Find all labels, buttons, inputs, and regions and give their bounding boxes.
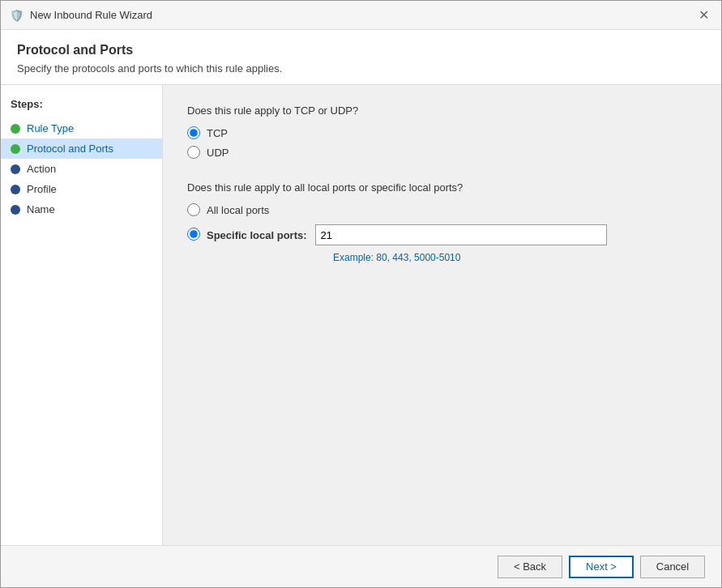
content-area: Steps: Rule Type Protocol and Ports Acti… (1, 85, 721, 545)
header-section: Protocol and Ports Specify the protocols… (1, 30, 721, 85)
footer: < Back Next > Cancel (1, 545, 721, 587)
step-dot-action (11, 164, 20, 174)
close-button[interactable]: ✕ (694, 6, 713, 25)
sidebar-item-label-rule-type: Rule Type (27, 122, 74, 134)
sidebar-item-rule-type[interactable]: Rule Type (1, 118, 162, 138)
protocol-question-text: Does this rule apply to TCP or UDP? (187, 104, 697, 117)
tcp-label[interactable]: TCP (207, 127, 228, 139)
back-button[interactable]: < Back (498, 556, 562, 578)
wizard-icon: 🛡️ (9, 8, 23, 23)
all-ports-radio[interactable] (187, 203, 200, 216)
tcp-option[interactable]: TCP (187, 126, 697, 139)
specific-ports-option[interactable]: Specific local ports: (187, 223, 697, 245)
step-dot-rule-type (11, 124, 20, 134)
udp-option[interactable]: UDP (187, 146, 697, 159)
step-dot-protocol-ports (11, 144, 20, 154)
all-ports-option[interactable]: All local ports (187, 203, 697, 216)
specific-ports-row: Specific local ports: (207, 224, 607, 245)
wizard-window: 🛡️ New Inbound Rule Wizard ✕ Protocol an… (0, 0, 722, 588)
cancel-button[interactable]: Cancel (640, 556, 705, 578)
window-title: New Inbound Rule Wizard (30, 9, 152, 21)
udp-label[interactable]: UDP (207, 147, 229, 159)
main-panel: Does this rule apply to TCP or UDP? TCP … (163, 85, 721, 545)
tcp-radio[interactable] (187, 126, 200, 139)
steps-label: Steps: (1, 98, 162, 118)
title-bar: 🛡️ New Inbound Rule Wizard ✕ (1, 1, 721, 30)
sidebar-item-label-name: Name (27, 203, 55, 215)
page-description: Specify the protocols and ports to which… (17, 62, 705, 75)
ports-example-text: Example: 80, 443, 5000-5010 (333, 252, 697, 263)
sidebar: Steps: Rule Type Protocol and Ports Acti… (1, 85, 163, 545)
step-dot-name (11, 205, 20, 215)
next-button[interactable]: Next > (569, 556, 634, 578)
step-dot-profile (11, 185, 20, 194)
specific-ports-label[interactable]: Specific local ports: (207, 229, 307, 241)
sidebar-item-action[interactable]: Action (1, 159, 162, 179)
all-ports-label[interactable]: All local ports (207, 204, 269, 216)
sidebar-item-profile[interactable]: Profile (1, 179, 162, 199)
protocol-question-block: Does this rule apply to TCP or UDP? TCP … (187, 104, 697, 159)
sidebar-item-name[interactable]: Name (1, 199, 162, 219)
udp-radio[interactable] (187, 146, 200, 159)
title-bar-left: 🛡️ New Inbound Rule Wizard (9, 8, 152, 23)
ports-question-text: Does this rule apply to all local ports … (187, 181, 697, 194)
sidebar-item-label-action: Action (27, 163, 56, 175)
ports-question-block: Does this rule apply to all local ports … (187, 181, 697, 263)
ports-input[interactable] (315, 224, 607, 245)
sidebar-item-label-profile: Profile (27, 183, 57, 195)
sidebar-item-label-protocol-ports: Protocol and Ports (27, 143, 113, 155)
page-title: Protocol and Ports (17, 43, 705, 58)
specific-ports-radio[interactable] (187, 228, 200, 241)
sidebar-item-protocol-ports[interactable]: Protocol and Ports (1, 138, 162, 159)
